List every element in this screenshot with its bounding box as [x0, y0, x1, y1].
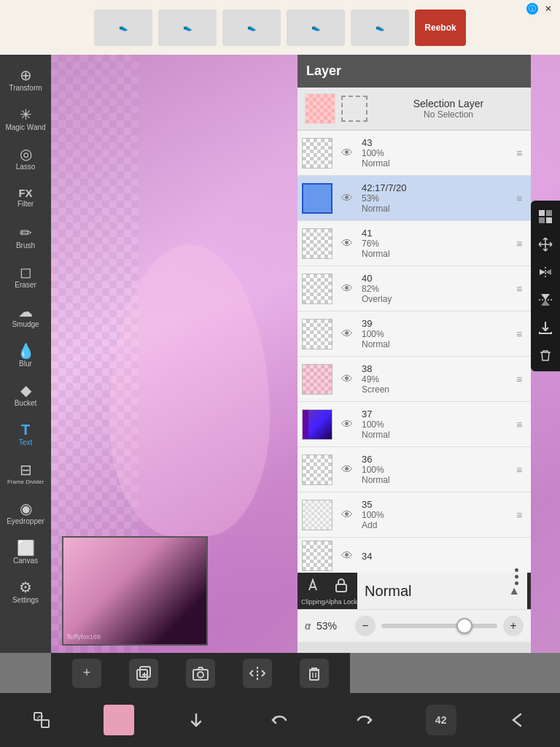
down-arrow-button[interactable] [174, 698, 218, 742]
layer-42-drag[interactable]: ≡ [512, 193, 526, 204]
move-transform-button[interactable] [532, 231, 559, 258]
redo-button[interactable] [342, 698, 386, 742]
layer-36-visibility[interactable]: 👁 [337, 460, 357, 480]
layer-40-visibility[interactable]: 👁 [337, 279, 357, 299]
opacity-slider[interactable] [381, 624, 497, 628]
checker-button[interactable] [532, 204, 559, 230]
layer-34-thumb [302, 541, 332, 571]
tool-lasso[interactable]: ◎ Lasso [4, 139, 47, 177]
blend-mode-bar: Clipping Alpha Lock Normal ▲ [298, 573, 531, 609]
layer-row[interactable]: 👁 40 82% Overlay ≡ [298, 266, 531, 311]
layer-40-info: 40 82% Overlay [362, 273, 508, 304]
settings-icon: ⚙ [19, 580, 32, 595]
tool-smudge-label: Smudge [12, 320, 39, 328]
dot2 [515, 575, 518, 578]
layer-35-thumb [302, 500, 332, 530]
trash-button[interactable] [532, 342, 559, 368]
layer-row[interactable]: 👁 39 100% Normal ≡ [298, 311, 531, 357]
blend-mode-selector[interactable]: Normal ▲ [357, 573, 527, 609]
layer-38-visibility[interactable]: 👁 [337, 369, 357, 390]
download-button[interactable] [532, 314, 559, 341]
undo-icon [270, 710, 290, 730]
tool-blur[interactable]: 💧 Blur [4, 336, 47, 374]
camera-button[interactable] [186, 659, 215, 688]
add-group-button[interactable] [129, 659, 158, 688]
ad-info-icon[interactable]: ⓘ [526, 3, 538, 15]
layer-row[interactable]: 👁 37 100% Normal ≡ [298, 402, 531, 447]
add-layer-button[interactable]: + [72, 659, 101, 688]
layer-38-drag[interactable]: ≡ [512, 374, 526, 385]
back-button[interactable] [496, 698, 540, 742]
layer-options-button[interactable] [505, 554, 527, 598]
layer-row[interactable]: 👁 41 76% Normal ≡ [298, 221, 531, 266]
layer-43-drag[interactable]: ≡ [512, 147, 526, 159]
tool-brush[interactable]: ✏ Brush [4, 218, 47, 256]
tool-eraser[interactable]: ◻ Eraser [4, 258, 47, 295]
layer-39-visibility[interactable]: 👁 [337, 324, 357, 344]
tool-transform[interactable]: ⊕ Transform [4, 61, 47, 98]
layer-row[interactable]: 👁 34 [298, 538, 531, 573]
mirror-h-button[interactable] [532, 287, 559, 313]
layer-row[interactable]: 👁 43 100% Normal ≡ [298, 131, 531, 176]
move-icon [537, 236, 553, 252]
eraser-icon: ◻ [20, 265, 32, 279]
down-arrow-icon [186, 710, 206, 730]
layer-row[interactable]: 👁 38 49% Screen ≡ [298, 357, 531, 402]
tool-magic-wand[interactable]: ✳ Magic Wand [4, 100, 47, 138]
opacity-decrease-button[interactable]: − [355, 616, 376, 636]
layer-38-name: 38 [362, 363, 508, 374]
layer-39-thumb [302, 319, 332, 349]
tool-bucket[interactable]: ◆ Bucket [4, 376, 47, 414]
layer-37-drag[interactable]: ≡ [512, 419, 526, 430]
layer-36-drag[interactable]: ≡ [512, 464, 526, 476]
layer-40-drag[interactable]: ≡ [512, 283, 526, 295]
tool-lasso-label: Lasso [16, 163, 36, 171]
undo-button[interactable] [258, 698, 302, 742]
layer-row[interactable]: 👁 36 100% Normal ≡ [298, 447, 531, 492]
layer-42-visibility[interactable]: 👁 [337, 188, 357, 209]
tool-settings[interactable]: ⚙ Settings [4, 573, 47, 611]
delete-button[interactable] [300, 659, 329, 688]
brush-icon: ✏ [20, 225, 32, 240]
main-area: ⊕ Transform ✳ Magic Wand ◎ Lasso FX Filt… [0, 55, 560, 693]
layer-34-name: 34 [362, 551, 526, 562]
opacity-increase-button[interactable]: + [503, 616, 524, 636]
layer-39-drag[interactable]: ≡ [512, 328, 526, 340]
ad-banner: 👟 👟 👟 👟 👟 Reebok ⓘ ✕ [0, 0, 560, 55]
layer-35-drag[interactable]: ≡ [512, 509, 526, 521]
mirror-button[interactable] [243, 659, 272, 688]
layer-41-visibility[interactable]: 👁 [337, 233, 357, 254]
layer-41-opacity: 76% [362, 239, 508, 249]
alpha-lock-button[interactable]: Alpha Lock [325, 577, 358, 605]
layer-43-visibility[interactable]: 👁 [337, 143, 357, 163]
tool-eyedropper[interactable]: ◉ Eyedropper [4, 494, 47, 532]
color-swatch[interactable] [104, 705, 134, 735]
clipping-button[interactable]: Clipping [301, 577, 325, 605]
layer-34-visibility[interactable]: 👁 [337, 546, 357, 566]
layer-39-info: 39 100% Normal [362, 318, 508, 349]
opacity-bar: α 53% − + [298, 609, 531, 642]
selection-layer[interactable]: Selection Layer No Selection [298, 88, 531, 131]
tool-bucket-label: Bucket [15, 399, 37, 407]
layer-35-info: 35 100% Add [362, 499, 508, 530]
layer-43-info: 43 100% Normal [362, 137, 508, 169]
layer-row[interactable]: 👁 42:17/7/20 53% Normal ≡ [298, 176, 531, 221]
tool-frame-divider[interactable]: ⊟ Frame Divider [4, 454, 47, 492]
svg-rect-7 [310, 670, 319, 680]
tool-canvas[interactable]: ⬜ Canvas [4, 533, 47, 571]
selection-layer-info: Selection Layer No Selection [373, 98, 524, 120]
frame-divider-icon: ⊟ [20, 462, 32, 477]
tool-text[interactable]: T Text [4, 415, 47, 453]
layer-36-thumb [302, 454, 332, 485]
layer-35-visibility[interactable]: 👁 [337, 505, 357, 525]
layer-row[interactable]: 👁 35 100% Add ≡ [298, 492, 531, 538]
layer-41-drag[interactable]: ≡ [512, 238, 526, 249]
layer-counter[interactable]: 42 [426, 705, 456, 735]
tool-smudge[interactable]: ☁ Smudge [4, 297, 47, 335]
tool-filter[interactable]: FX Filter [4, 179, 47, 217]
flip-button[interactable] [532, 259, 559, 285]
dot3 [515, 581, 518, 585]
layer-37-visibility[interactable]: 👁 [337, 414, 357, 435]
transform-nav-button[interactable] [20, 698, 63, 742]
ad-close-button[interactable]: ✕ [542, 3, 554, 15]
